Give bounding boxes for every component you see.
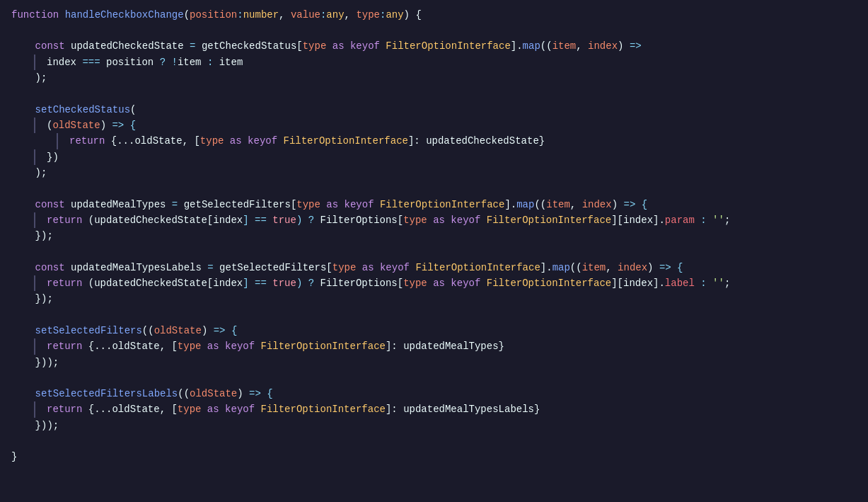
code-token: => { [623, 197, 647, 212]
code-token: {... [111, 133, 135, 149]
code-token: type [296, 197, 320, 212]
code-token: updatedMealTypesLabels [71, 260, 202, 275]
code-token: return [69, 133, 111, 149]
code-token: oldState [52, 118, 100, 133]
code-token: ) [618, 38, 630, 54]
code-token: index [588, 38, 618, 54]
code-token: as [201, 401, 225, 417]
code-token: updatedCheckedState [71, 38, 184, 54]
code-token: ( [88, 212, 94, 228]
code-token: ) [612, 197, 624, 212]
code-token: = [184, 38, 202, 54]
code-token: true [272, 212, 296, 228]
code-token: value [291, 7, 320, 23]
code-token: => { [214, 323, 238, 338]
code-token: keyof [451, 275, 486, 291]
code-token: index [618, 260, 647, 275]
code-line: const updatedCheckedState = getCheckedSt… [0, 38, 868, 54]
code-token: => { [659, 260, 683, 275]
code-token: FilterOptionInterface [261, 338, 386, 354]
code-token: : [237, 7, 243, 23]
code-token: keyof [451, 212, 486, 228]
code-token: as [326, 38, 350, 54]
code-token: updatedCheckedState [94, 275, 207, 291]
code-line [0, 86, 868, 102]
code-token: FilterOptionInterface [284, 133, 408, 149]
code-line: } [0, 449, 868, 464]
code-token: : [380, 7, 386, 23]
code-token: getSelectedFilters [184, 197, 291, 212]
code-token: keyof [248, 133, 283, 149]
code-token: [ [207, 212, 213, 228]
code-token: keyof [350, 38, 386, 54]
code-line: }); [0, 291, 868, 307]
code-token: const [35, 38, 71, 54]
code-token: (( [142, 323, 154, 338]
code-token: const [35, 260, 71, 275]
code-line: (oldState) => { [34, 118, 868, 133]
code-token: [ [207, 275, 213, 291]
code-token: ( [47, 118, 52, 133]
code-token: : [695, 275, 712, 291]
code-token: item [546, 197, 570, 212]
code-token: as [224, 133, 248, 149]
code-token: ) [202, 323, 214, 338]
code-token: = [166, 197, 183, 212]
code-token: ); [35, 70, 47, 86]
code-line: })); [0, 355, 868, 370]
code-token: => { [249, 386, 273, 401]
code-line: ); [0, 70, 868, 86]
code-token: any [386, 7, 403, 23]
code-token: FilterOptionInterface [386, 38, 510, 54]
code-token: return [47, 212, 88, 228]
code-token: index [623, 212, 653, 228]
code-line: }) [34, 149, 868, 165]
code-token: ) ? [296, 212, 320, 228]
code-line: return (updatedCheckedState[index] == tr… [34, 275, 868, 291]
code-token: const [35, 197, 71, 212]
code-line: function handleCheckboxChange(position:n… [0, 7, 868, 23]
code-token: ; [724, 212, 730, 228]
code-token: ]. [653, 212, 665, 228]
code-token: => { [112, 118, 136, 133]
code-token: [ [291, 197, 296, 212]
code-token: FilterOptionInterface [261, 401, 386, 417]
code-line: setSelectedFiltersLabels((oldState) => { [0, 386, 868, 401]
code-token: as [427, 275, 451, 291]
code-token: type [356, 7, 380, 23]
code-token: updatedMealTypes [71, 197, 166, 212]
code-line: return {...oldState, [type as keyof Filt… [34, 401, 868, 417]
code-line [0, 181, 868, 197]
code-token: any [326, 7, 344, 23]
code-token: as [320, 197, 345, 212]
code-token: map [552, 260, 570, 275]
code-token: ][ [611, 275, 623, 291]
code-token: }); [35, 228, 53, 244]
code-token: {... [88, 338, 112, 354]
code-token: keyof [345, 197, 380, 212]
code-token: ); [35, 165, 47, 181]
code-token: index [47, 55, 76, 70]
code-token: keyof [225, 338, 260, 354]
code-line: return {...oldState, [type as keyof Filt… [34, 338, 868, 354]
code-token: {... [88, 401, 112, 417]
code-token: [ [398, 275, 403, 291]
code-token: ? [154, 55, 171, 70]
code-token: true [272, 275, 296, 291]
code-token: position [106, 55, 154, 70]
code-token: ) { [404, 7, 422, 23]
code-token: , [ [183, 133, 200, 149]
code-token: setCheckedStatus [35, 102, 130, 118]
code-token: , [ [160, 401, 178, 417]
code-token: FilterOptionInterface [487, 212, 611, 228]
code-line [0, 23, 868, 38]
code-token: FilterOptionInterface [487, 275, 611, 291]
code-token: item [582, 260, 606, 275]
code-token: '' [712, 212, 724, 228]
code-token: ) ? [296, 275, 320, 291]
code-token: label [665, 275, 695, 291]
code-token: (( [178, 386, 190, 401]
code-token: oldState [112, 338, 159, 354]
code-token: return [47, 401, 88, 417]
code-line: ); [0, 165, 868, 181]
